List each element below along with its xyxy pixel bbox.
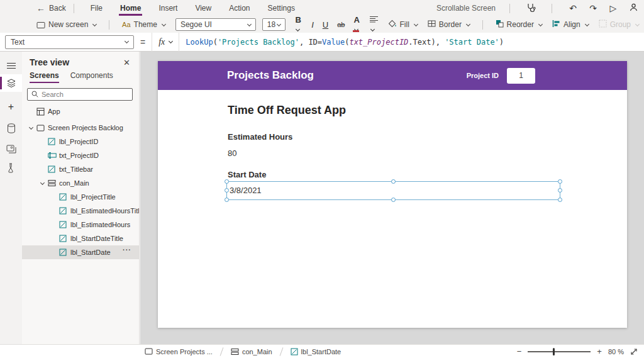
fx-button[interactable]: fx (152, 33, 179, 52)
font-color-button[interactable]: A (349, 15, 365, 34)
chevron-down-icon (370, 27, 375, 31)
formula-token: ( (213, 38, 218, 47)
tree-view-icon[interactable] (0, 74, 22, 92)
align-button[interactable]: Align (547, 20, 594, 29)
tab-components[interactable]: Components (70, 71, 113, 83)
chevron-down-icon[interactable] (29, 125, 33, 129)
tree-item-con_Main[interactable]: con_Main (22, 176, 139, 190)
tree-item-App[interactable]: App (22, 104, 139, 118)
back-button[interactable]: ← Back (36, 3, 66, 13)
status-bar: Screen Projects ...con_Mainlbl_StartDate… (0, 344, 644, 358)
chevron-down-icon[interactable] (40, 180, 45, 184)
menu-item-home[interactable]: Home (111, 0, 150, 16)
bold-label: B (295, 15, 301, 25)
redo-icon[interactable]: ↷ (586, 3, 600, 13)
tree-search[interactable] (27, 88, 133, 101)
border-button[interactable]: Border (423, 20, 475, 29)
tree-item-label: lbl_ProjectID (59, 138, 98, 145)
chevron-down-icon (635, 21, 640, 26)
formula-token: LookUp (186, 38, 213, 47)
insert-plus-icon[interactable]: + (0, 98, 22, 116)
resize-handle-n[interactable] (391, 179, 396, 184)
breadcrumb-item-lbl_StartDate[interactable]: lbl_StartDate (291, 348, 341, 355)
more-options-button[interactable]: ··· (123, 246, 131, 254)
search-input[interactable] (42, 91, 131, 98)
zoom-slider-knob[interactable] (553, 348, 555, 355)
media-icon[interactable] (0, 140, 22, 158)
account-icon[interactable] (626, 3, 640, 14)
theme-button[interactable]: Aa Theme (117, 20, 170, 29)
data-sources-icon[interactable] (0, 120, 22, 137)
menu-item-settings[interactable]: Settings (259, 0, 304, 16)
theme-label: Theme (134, 20, 157, 29)
resize-handle-sw[interactable] (225, 198, 229, 202)
label-icon (59, 207, 70, 215)
resize-handle-w[interactable] (225, 188, 229, 193)
menu-item-insert[interactable]: Insert (150, 0, 186, 16)
resize-handle-e[interactable] (558, 188, 562, 193)
tree-item-lbl_EstimatedHours[interactable]: lbl_EstimatedHours (22, 218, 139, 232)
chevron-down-icon (414, 21, 418, 26)
close-icon[interactable]: ✕ (121, 58, 133, 67)
estimated-hours-label[interactable]: Estimated Hours (228, 132, 292, 142)
text-align-button[interactable] (365, 15, 383, 34)
app-title-label[interactable]: Time Off Request App (228, 104, 346, 117)
font-size-select[interactable]: 18 (262, 18, 286, 31)
play-icon[interactable]: ▷ (606, 3, 620, 13)
breadcrumb-item-ScreenProjects[interactable]: Screen Projects ... (145, 348, 213, 355)
tab-screens[interactable]: Screens (30, 71, 59, 83)
tree-item-lbl_ProjectID[interactable]: lbl_ProjectID (22, 135, 139, 148)
new-screen-button[interactable]: New screen (31, 20, 101, 29)
resize-handle-se[interactable] (558, 198, 562, 202)
zoom-in-button[interactable]: + (597, 347, 602, 356)
tree-item-Screen Projects Backlog[interactable]: Screen Projects Backlog (22, 121, 139, 135)
align-icon (552, 20, 560, 29)
advanced-tools-icon[interactable] (0, 159, 22, 177)
app-icon (36, 108, 48, 116)
resize-handle-nw[interactable] (225, 179, 229, 184)
zoom-slider[interactable] (528, 348, 591, 355)
font-family-select[interactable]: Segoe UI (175, 18, 256, 31)
formula-token: 'Projects Backlog' (218, 38, 299, 47)
tree-item-label: lbl_StartDate (70, 249, 111, 256)
resize-handle-s[interactable] (391, 198, 396, 202)
tree-item-lbl_ProjectTitle[interactable]: lbl_ProjectTitle (22, 190, 139, 204)
app-checker-icon[interactable] (524, 3, 538, 14)
fill-button[interactable]: Fill (384, 20, 423, 30)
tree-item-lbl_EstimatedHoursTitle[interactable]: lbl_EstimatedHoursTitle (22, 204, 139, 218)
property-select[interactable]: Text (5, 35, 134, 49)
powerapps-studio: ← Back FileHomeInsertViewActionSettings … (0, 0, 644, 358)
hamburger-menu-icon[interactable] (0, 57, 22, 74)
group-label: Group (610, 20, 631, 29)
tree-item-label: Screen Projects Backlog (48, 124, 123, 131)
tree-item-lbl_StartDate[interactable]: lbl_StartDate··· (22, 245, 139, 259)
breadcrumb-label: Screen Projects ... (156, 348, 213, 355)
app-screen[interactable]: Projects Backlog Project ID 1 Time Off R… (158, 61, 627, 328)
underline-button[interactable]: U (318, 20, 333, 30)
screen-title: Projects Backlog (227, 69, 314, 82)
tree-item-txt_ProjectID[interactable]: txt_ProjectID (22, 148, 139, 162)
bold-button[interactable]: B (291, 15, 307, 34)
strikethrough-button[interactable]: ab (333, 21, 349, 28)
breadcrumb-item-con_Main[interactable]: con_Main (231, 348, 272, 355)
reorder-button[interactable]: Reorder (491, 20, 547, 30)
resize-handle-ne[interactable] (558, 179, 562, 184)
formula-input[interactable]: LookUp('Projects Backlog', ID=Value(txt_… (179, 38, 644, 47)
formula-token: Value (322, 38, 345, 47)
tree-item-lbl_StartDateTitle[interactable]: lbl_StartDateTitle (22, 232, 139, 245)
project-id-input[interactable]: 1 (507, 68, 535, 84)
estimated-hours-value[interactable]: 80 (228, 148, 236, 158)
start-date-label[interactable]: Start Date (228, 170, 266, 179)
menu-item-file[interactable]: File (82, 0, 111, 16)
label-icon (59, 249, 70, 256)
undo-icon[interactable]: ↶ (566, 3, 580, 13)
tree-item-txt_Titlebar[interactable]: txt_Titlebar (22, 162, 139, 176)
chevron-down-icon (296, 27, 300, 31)
fit-to-window-icon[interactable] (630, 348, 638, 355)
italic-button[interactable]: I (307, 20, 318, 30)
menu-item-view[interactable]: View (186, 0, 220, 16)
menu-item-action[interactable]: Action (220, 0, 258, 16)
titlebar[interactable]: Projects Backlog Project ID 1 (158, 61, 627, 90)
selected-start-date-control[interactable]: 3/8/2021 (226, 181, 560, 200)
zoom-out-button[interactable]: − (517, 347, 522, 356)
